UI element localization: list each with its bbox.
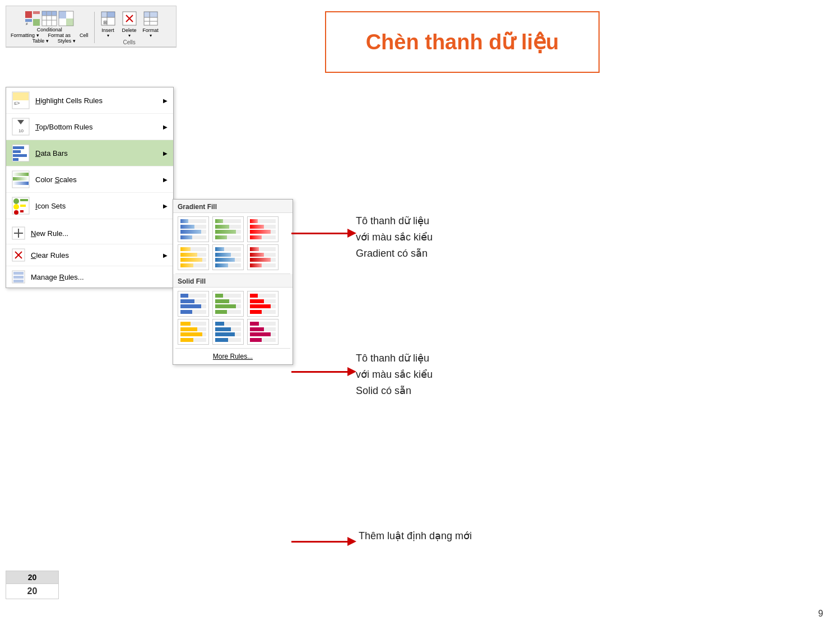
solid-icons-row2 xyxy=(173,318,293,348)
menu-item-data-bars[interactable]: Data Bars ▶ xyxy=(6,140,173,166)
svg-text:10: 10 xyxy=(18,128,24,133)
styles-label: Styles ▾ xyxy=(58,38,76,44)
svg-rect-58 xyxy=(13,276,24,279)
table-label: Table ▾ xyxy=(33,38,49,44)
solid-bar-green[interactable] xyxy=(212,291,244,317)
menu-item-color-scales[interactable]: Color Scales ▶ xyxy=(6,166,173,193)
row-number-header: 20 xyxy=(6,571,58,584)
svg-rect-3 xyxy=(33,19,40,26)
gradient-bar-green[interactable] xyxy=(212,216,244,242)
svg-text:⊞: ⊞ xyxy=(103,20,108,25)
gradient-bar-orange[interactable] xyxy=(178,244,209,270)
svg-rect-12 xyxy=(59,11,66,18)
svg-point-46 xyxy=(14,210,18,215)
svg-rect-40 xyxy=(13,173,29,176)
conditional-formatting-group[interactable]: ≠ Conditional xyxy=(10,10,90,45)
color-scales-label: Color Scales xyxy=(35,175,157,184)
cell-styles-icon xyxy=(58,11,74,26)
solid-bar-pink[interactable] xyxy=(247,319,279,345)
svg-rect-59 xyxy=(13,280,24,282)
solid-fill-arrow xyxy=(291,367,356,376)
svg-rect-13 xyxy=(66,18,73,26)
top-bottom-arrow: ▶ xyxy=(163,124,168,130)
menu-item-clear-rules[interactable]: Clear Rules ▶ xyxy=(6,244,173,266)
more-rules-text: Thêm luật định dạng mới xyxy=(359,530,472,541)
color-scales-arrow: ▶ xyxy=(163,177,168,183)
cell-label: Cell xyxy=(80,33,89,38)
gradient-icons-row1 xyxy=(173,213,293,243)
svg-rect-29 xyxy=(13,92,29,100)
more-rules-arrow xyxy=(291,537,356,546)
gradient-fill-arrow xyxy=(291,229,356,238)
formatting-label: Formatting ▾ xyxy=(11,33,39,38)
gradient-bar-red[interactable] xyxy=(247,216,279,242)
svg-rect-49 xyxy=(20,210,24,212)
data-bars-label: Data Bars xyxy=(35,149,157,158)
solid-bar-red[interactable] xyxy=(247,291,279,317)
svg-rect-37 xyxy=(13,154,27,157)
manage-rules-label: Manage Rules... xyxy=(31,273,168,281)
gradient-annotation: Tô thanh dữ liệu với màu sắc kiểu Gradie… xyxy=(356,213,433,261)
gradient-bar-pink[interactable] xyxy=(247,244,279,270)
menu-item-new-rule[interactable]: New Rule... xyxy=(6,223,173,244)
top-bottom-icon: 10 xyxy=(12,118,30,136)
submenu-panel: Gradient Fill xyxy=(173,199,293,365)
svg-rect-36 xyxy=(13,150,21,153)
delete-icon xyxy=(120,10,138,27)
svg-text:≤>: ≤> xyxy=(14,100,20,106)
row-numbers-area: 20 20 xyxy=(6,571,59,599)
solid-bar-orange[interactable] xyxy=(178,319,209,345)
menu-item-icon-sets[interactable]: Icon Sets ▶ xyxy=(6,193,173,219)
ribbon-divider xyxy=(94,12,95,43)
format-icon xyxy=(142,10,160,27)
format-as-label: Format as xyxy=(48,33,71,38)
clear-rules-label: Clear Rules xyxy=(31,251,157,260)
gradient-fill-label: Gradient Fill xyxy=(173,200,293,213)
highlight-cells-arrow: ▶ xyxy=(163,98,168,104)
solid-fill-label: Solid Fill xyxy=(173,274,293,288)
solid-bar-blue[interactable] xyxy=(178,291,209,317)
svg-rect-41 xyxy=(13,177,29,180)
solid-text-line3: Solid có sẵn xyxy=(356,383,433,399)
svg-rect-35 xyxy=(13,146,24,149)
solid-annotation: Tô thanh dữ liệu với màu sắc kiểu Solid … xyxy=(356,350,433,399)
menu-item-manage-rules[interactable]: Manage Rules... xyxy=(6,266,173,288)
manage-rules-icon xyxy=(12,270,25,284)
insert-button[interactable]: ⊞ Insert ▾ xyxy=(99,10,117,38)
icon-sets-arrow: ▶ xyxy=(163,203,168,209)
new-rule-label: New Rule... xyxy=(31,229,168,238)
top-bottom-label: Top/Bottom Rules xyxy=(35,123,157,131)
menu-item-top-bottom[interactable]: 10 Top/Bottom Rules ▶ xyxy=(6,114,173,140)
cells-section-label: Cells xyxy=(123,39,135,45)
more-rules-button[interactable]: More Rules... xyxy=(173,349,293,364)
cells-section: ⊞ Insert ▾ Delete ▾ xyxy=(99,10,160,45)
clear-rules-arrow: ▶ xyxy=(163,252,168,258)
title-box: Chèn thanh dữ liệu xyxy=(325,11,600,73)
new-rule-icon xyxy=(12,226,25,240)
conditional-formatting-icon: ≠ xyxy=(25,11,40,26)
delete-button[interactable]: Delete ▾ xyxy=(120,10,138,38)
format-button[interactable]: Format ▾ xyxy=(142,10,160,38)
data-bars-arrow: ▶ xyxy=(163,150,168,156)
gradient-text-line3: Gradient có sẵn xyxy=(356,245,433,262)
svg-rect-48 xyxy=(20,205,26,207)
svg-rect-24 xyxy=(144,12,157,17)
menu-item-highlight[interactable]: ≤> Highlight Cells Rules ▶ xyxy=(6,87,173,114)
svg-rect-47 xyxy=(20,199,28,201)
solid-bar-teal[interactable] xyxy=(212,319,244,345)
ribbon-area: ≠ Conditional xyxy=(6,6,177,48)
svg-text:≠: ≠ xyxy=(26,22,28,26)
svg-rect-16 xyxy=(107,12,115,17)
svg-rect-1 xyxy=(33,11,40,14)
gradient-icons-row2 xyxy=(173,243,293,274)
gradient-bar-blue[interactable] xyxy=(178,216,209,242)
format-as-table-icon xyxy=(41,11,57,26)
title-text: Chèn thanh dữ liệu xyxy=(366,30,559,54)
svg-rect-0 xyxy=(25,11,32,18)
gradient-bar-teal[interactable] xyxy=(212,244,244,270)
row-number-row1: 20 xyxy=(6,584,58,599)
more-rules-annotation: Thêm luật định dạng mới xyxy=(359,530,472,542)
svg-rect-6 xyxy=(42,11,57,16)
svg-rect-15 xyxy=(101,12,107,17)
icon-sets-label: Icon Sets xyxy=(35,202,157,210)
